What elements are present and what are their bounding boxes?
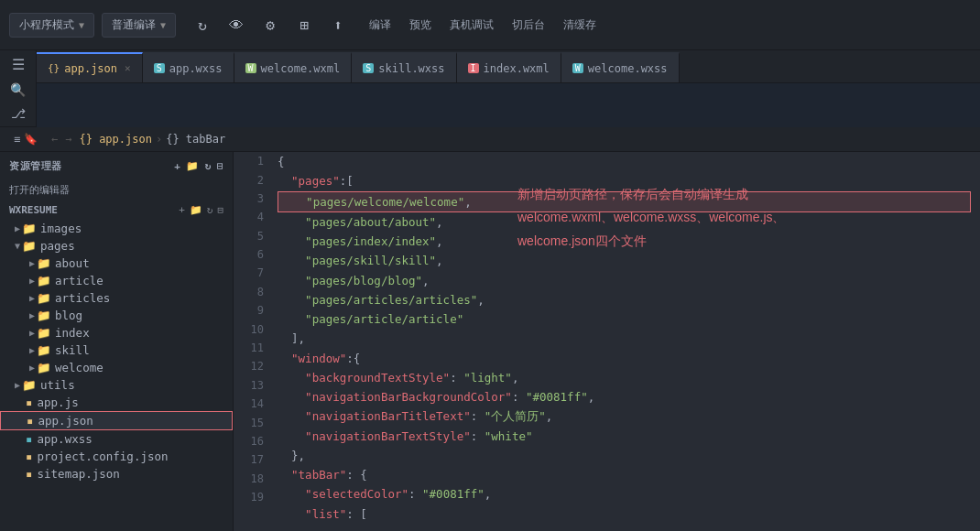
mode-dropdown-arrow: ▼ bbox=[79, 20, 84, 30]
tree-item-pages[interactable]: ▼ 📁 pages bbox=[0, 237, 233, 255]
arrow-blog: ▶ bbox=[29, 310, 35, 320]
tree-item-images[interactable]: ▶ 📁 images bbox=[0, 220, 233, 237]
code-line-6: "pages/skill/skill", bbox=[278, 251, 971, 270]
sidebar-section-wxresume[interactable]: WXRESUME + 📁 ↻ ⊟ bbox=[0, 200, 233, 220]
icon-app-wxss: ▪ bbox=[26, 432, 33, 446]
mode-dropdown[interactable]: 小程序模式 ▼ bbox=[9, 13, 94, 38]
toolbar-labels: 编译 预览 真机调试 切后台 清缓存 bbox=[369, 17, 596, 33]
tab-index-wxml[interactable]: I index.wxml bbox=[457, 52, 561, 82]
tree-item-index[interactable]: ▶ 📁 index bbox=[0, 324, 233, 341]
search-icon[interactable]: 🔍 bbox=[10, 82, 26, 97]
label-skill: skill bbox=[55, 343, 90, 357]
code-line-11: "window":{ bbox=[278, 349, 971, 368]
arrow-index: ▶ bbox=[29, 328, 35, 338]
icon-pages: 📁 bbox=[22, 239, 37, 253]
icon-blog: 📁 bbox=[37, 309, 51, 322]
code-line-14: "navigationBarTitleText": "个人简历", bbox=[278, 406, 971, 426]
code-line-9: "pages/article/article" bbox=[278, 309, 971, 329]
breadcrumb-section: {} tabBar bbox=[166, 133, 225, 146]
tab-skill-wxss[interactable]: S skill.wxss bbox=[352, 52, 456, 82]
tree-item-app-js[interactable]: ▪ app.js bbox=[0, 394, 233, 411]
arrow-images: ▶ bbox=[15, 223, 20, 233]
arrow-skill: ▶ bbox=[29, 345, 35, 355]
refresh-tree-icon[interactable]: ↻ bbox=[205, 160, 212, 172]
refresh-btn[interactable]: ↻ bbox=[207, 204, 213, 216]
backend-btn[interactable]: 切后台 bbox=[512, 17, 545, 33]
cache-btn[interactable]: 清缓存 bbox=[563, 17, 596, 33]
tree-item-about[interactable]: ▶ 📁 about bbox=[0, 255, 233, 272]
sidebar-title: 资源管理器 bbox=[9, 159, 62, 173]
code-line-5: "pages/index/index", bbox=[278, 232, 971, 251]
collapse-icon[interactable]: ⊟ bbox=[217, 160, 223, 172]
cloud-icon[interactable]: ⬆ bbox=[323, 10, 353, 39]
tab-label-skill-wxss: skill.wxss bbox=[378, 62, 444, 75]
settings-icon[interactable]: ⚙ bbox=[256, 10, 285, 39]
tab-app-wxss[interactable]: S app.wxss bbox=[143, 52, 234, 82]
secondary-toolbar: ≡ 🔖 ← → {} app.json › {} tabBar bbox=[0, 127, 980, 152]
label-sitemap: sitemap.json bbox=[38, 467, 120, 481]
tree-item-article[interactable]: ▶ 📁 article bbox=[0, 272, 233, 289]
sidebar-toggle-icon[interactable]: ☰ bbox=[12, 56, 25, 73]
tree-item-blog[interactable]: ▶ 📁 blog bbox=[0, 307, 233, 324]
tree-item-welcome[interactable]: ▶ 📁 welcome bbox=[0, 359, 233, 376]
bookmark-icon[interactable]: 🔖 bbox=[24, 133, 38, 146]
code-line-3: "pages/welcome/welcome", bbox=[278, 191, 971, 212]
label-project-config: project.config.json bbox=[38, 450, 169, 463]
new-folder-icon[interactable]: 📁 bbox=[186, 160, 200, 172]
arrow-about: ▶ bbox=[29, 258, 35, 268]
code-line-16: }, bbox=[278, 446, 971, 465]
label-article: article bbox=[55, 274, 103, 287]
code-line-17: "tabBar": { bbox=[278, 465, 971, 484]
tree-item-articles[interactable]: ▶ 📁 articles bbox=[0, 289, 233, 307]
tree-item-sitemap[interactable]: ▪ sitemap.json bbox=[0, 465, 233, 482]
split-icon[interactable]: ⊞ bbox=[289, 10, 319, 39]
code-line-18: "selectedColor": "#0081ff", bbox=[278, 484, 971, 504]
top-toolbar: 小程序模式 ▼ 普通编译 ▼ ↻ 👁 ⚙ ⊞ ⬆ 编译 预览 真机调试 切后台 … bbox=[0, 0, 980, 50]
tab-icon-app-wxss: S bbox=[154, 63, 165, 73]
tab-label-app-json: app.json bbox=[64, 62, 117, 75]
breadcrumb: {} app.json › {} tabBar bbox=[79, 133, 225, 146]
editor-content: 1 2 3 4 5 6 7 8 9 10 11 12 13 14 15 16 1 bbox=[234, 152, 980, 531]
nav-back-icon[interactable]: ← bbox=[51, 133, 58, 146]
nav-forward-icon[interactable]: → bbox=[65, 133, 71, 146]
tab-app-json[interactable]: {} app.json ✕ bbox=[37, 52, 143, 82]
label-utils: utils bbox=[40, 378, 75, 392]
code-line-1: { bbox=[278, 152, 971, 171]
source-control-icon[interactable]: ⎇ bbox=[11, 106, 26, 121]
code-line-7: "pages/blog/blog", bbox=[278, 271, 971, 290]
preview-icon[interactable]: 👁 bbox=[222, 10, 251, 39]
line-numbers: 1 2 3 4 5 6 7 8 9 10 11 12 13 14 15 16 1 bbox=[234, 152, 268, 531]
tree-item-skill[interactable]: ▶ 📁 skill bbox=[0, 341, 233, 359]
hamburger-icon[interactable]: ≡ bbox=[14, 133, 20, 146]
refresh-icon[interactable]: ↻ bbox=[188, 10, 217, 39]
label-articles: articles bbox=[55, 291, 110, 305]
mode-label: 小程序模式 bbox=[19, 17, 74, 33]
compile-dropdown[interactable]: 普通编译 ▼ bbox=[102, 13, 176, 38]
tab-bar: {} app.json ✕ S app.wxss W welcome.wxml … bbox=[37, 50, 980, 83]
sidebar-header-icons: + 📁 ↻ ⊟ bbox=[174, 160, 223, 172]
editor-area[interactable]: 1 2 3 4 5 6 7 8 9 10 11 12 13 14 15 16 1 bbox=[234, 152, 980, 531]
add-file-btn[interactable]: + bbox=[179, 204, 185, 216]
code-view[interactable]: { "pages":[ "pages/welcome/welcome", "pa… bbox=[268, 152, 980, 531]
icon-images: 📁 bbox=[22, 222, 37, 235]
tab-welcome-wxss[interactable]: W welcome.wxss bbox=[561, 52, 680, 82]
tab-welcome-wxml[interactable]: W welcome.wxml bbox=[234, 52, 353, 82]
tab-close-app-json[interactable]: ✕ bbox=[125, 62, 131, 74]
tab-label-app-wxss: app.wxss bbox=[169, 62, 223, 75]
tree-item-app-json[interactable]: ▪ app.json bbox=[0, 411, 233, 430]
icon-about: 📁 bbox=[37, 256, 51, 270]
sidebar-section-open-editors[interactable]: 打开的编辑器 bbox=[0, 179, 233, 200]
tree-item-app-wxss[interactable]: ▪ app.wxss bbox=[0, 430, 233, 448]
icon-articles: 📁 bbox=[37, 291, 51, 305]
code-line-19: "list": [ bbox=[278, 504, 971, 524]
preview-btn[interactable]: 预览 bbox=[409, 17, 431, 33]
label-about: about bbox=[55, 256, 90, 270]
tree-item-utils[interactable]: ▶ 📁 utils bbox=[0, 376, 233, 394]
tree-item-project-config[interactable]: ▪ project.config.json bbox=[0, 448, 233, 465]
device-btn[interactable]: 真机调试 bbox=[450, 17, 494, 33]
add-folder-btn[interactable]: 📁 bbox=[190, 204, 202, 216]
compile-label: 普通编译 bbox=[112, 17, 156, 33]
compile-btn[interactable]: 编译 bbox=[369, 17, 391, 33]
new-file-icon[interactable]: + bbox=[174, 160, 180, 172]
collapse-all-btn[interactable]: ⊟ bbox=[217, 204, 223, 216]
